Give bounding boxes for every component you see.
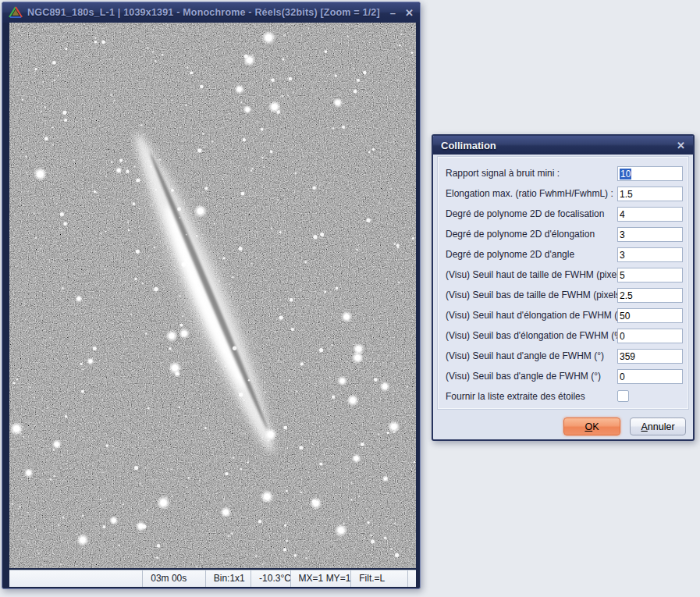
ok-button[interactable]: OK bbox=[563, 418, 620, 435]
dialog-title: Collimation bbox=[441, 140, 496, 151]
field-row: Degré de polynome 2D de focalisation4 bbox=[438, 207, 688, 222]
field-label: (Visu) Seuil bas de taille de FWHM (pixe… bbox=[446, 288, 624, 303]
field-row: Degré de polynome 2D d'élongation3 bbox=[438, 227, 688, 242]
astro-image-canvas[interactable] bbox=[9, 23, 416, 568]
checkbox-label: Fournir la liste extraite des étoiles bbox=[446, 389, 585, 404]
field-label: Degré de polynome 2D de focalisation bbox=[446, 207, 604, 222]
field-row: Rapport signal à bruit mini :10 bbox=[438, 166, 688, 181]
field-row: (Visu) Seuil haut d'élongation de FWHM (… bbox=[438, 308, 688, 323]
status-cell: MX=1 MY=1 bbox=[291, 570, 352, 587]
field-label: (Visu) Seuil haut de taille de FWHM (pix… bbox=[446, 268, 627, 283]
field-input[interactable]: 3 bbox=[617, 227, 683, 242]
status-cell: 03m 00s bbox=[143, 570, 206, 587]
status-cell: -10.3°C bbox=[251, 570, 291, 587]
field-input[interactable]: 5 bbox=[617, 268, 683, 283]
field-input[interactable]: 50 bbox=[617, 308, 683, 323]
dialog-fields-panel: Fournir la liste extraite des étoiles Ra… bbox=[437, 156, 689, 410]
star-list-checkbox[interactable] bbox=[617, 390, 629, 402]
status-cell bbox=[9, 570, 143, 587]
galaxy-image bbox=[9, 23, 416, 568]
field-row: (Visu) Seuil bas d'élongation de FWHM (%… bbox=[438, 329, 688, 343]
field-row: Degré de polynome 2D d'angle3 bbox=[438, 247, 688, 262]
field-input[interactable]: 0 bbox=[617, 329, 683, 343]
field-label: (Visu) Seuil bas d'angle de FWHM (°) bbox=[446, 369, 601, 384]
status-cell: Filt.=L bbox=[351, 570, 408, 587]
field-input[interactable]: 4 bbox=[617, 207, 683, 222]
cancel-button[interactable]: Annuler bbox=[630, 418, 686, 435]
field-row: (Visu) Seuil haut d'angle de FWHM (°)359 bbox=[438, 349, 688, 364]
dialog-close-icon[interactable]: ✕ bbox=[677, 140, 685, 151]
field-label: Degré de polynome 2D d'élongation bbox=[446, 227, 595, 242]
field-label: Elongation max. (ratio FwhmH/FwhmL) : bbox=[446, 187, 613, 201]
field-input[interactable]: 0 bbox=[617, 369, 683, 384]
field-row: (Visu) Seuil haut de taille de FWHM (pix… bbox=[438, 268, 688, 283]
field-input[interactable]: 359 bbox=[617, 349, 683, 364]
close-icon[interactable]: ✕ bbox=[405, 8, 414, 18]
prism-app-icon bbox=[9, 6, 23, 19]
field-input[interactable]: 1.5 bbox=[617, 187, 683, 201]
field-label: (Visu) Seuil bas d'élongation de FWHM (%… bbox=[446, 329, 626, 343]
image-window-title: NGC891_180s_L-1 | 1039x1391 - Monochrome… bbox=[27, 7, 380, 18]
minimize-icon[interactable]: – bbox=[390, 8, 396, 18]
field-input[interactable]: 2.5 bbox=[617, 288, 683, 303]
field-row: (Visu) Seuil bas de taille de FWHM (pixe… bbox=[438, 288, 688, 303]
field-label: (Visu) Seuil haut d'élongation de FWHM (… bbox=[446, 308, 629, 323]
image-statusbar: 03m 00sBin:1x1-10.3°CMX=1 MY=1Filt.=L bbox=[9, 570, 416, 587]
field-input[interactable]: 10 bbox=[617, 166, 683, 181]
cancel-button-label: Annuler bbox=[641, 421, 674, 432]
status-cell: Bin:1x1 bbox=[206, 570, 251, 587]
field-row: Elongation max. (ratio FwhmH/FwhmL) :1.5 bbox=[438, 187, 688, 201]
collimation-dialog: Collimation ✕ Fournir la liste extraite … bbox=[432, 134, 695, 441]
status-cell bbox=[408, 570, 416, 587]
field-label: Degré de polynome 2D d'angle bbox=[446, 247, 574, 262]
field-label: Rapport signal à bruit mini : bbox=[446, 166, 560, 181]
ok-button-label: OK bbox=[585, 421, 599, 432]
dialog-titlebar[interactable]: Collimation ✕ bbox=[433, 136, 693, 155]
image-window-titlebar[interactable]: NGC891_180s_L-1 | 1039x1391 - Monochrome… bbox=[2, 2, 420, 23]
image-window: NGC891_180s_L-1 | 1039x1391 - Monochrome… bbox=[2, 2, 421, 589]
field-row: (Visu) Seuil bas d'angle de FWHM (°)0 bbox=[438, 369, 688, 384]
field-label: (Visu) Seuil haut d'angle de FWHM (°) bbox=[446, 349, 604, 364]
field-input[interactable]: 3 bbox=[617, 247, 683, 262]
checkbox-row: Fournir la liste extraite des étoiles bbox=[438, 389, 688, 404]
